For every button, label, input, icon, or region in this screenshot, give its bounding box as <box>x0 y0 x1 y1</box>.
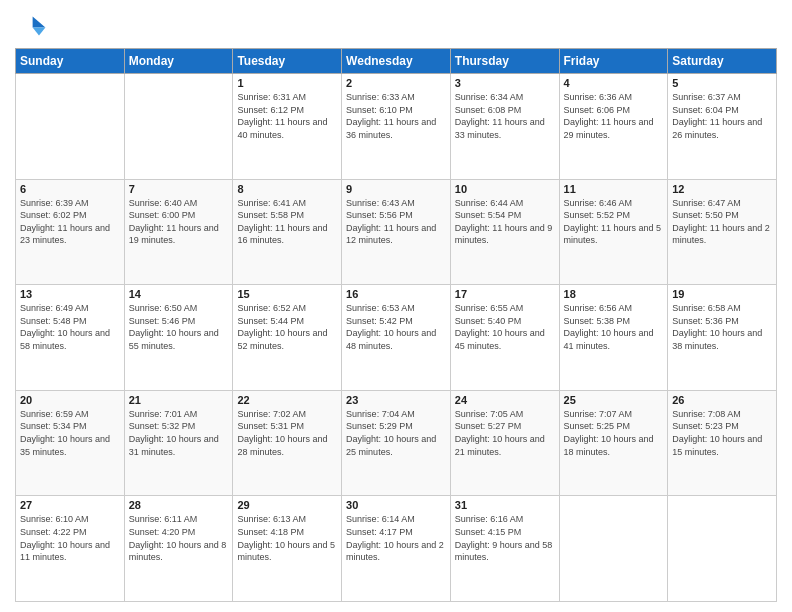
day-number: 25 <box>564 394 664 406</box>
day-info: Sunrise: 6:41 AM Sunset: 5:58 PM Dayligh… <box>237 197 337 247</box>
weekday-header-row: SundayMondayTuesdayWednesdayThursdayFrid… <box>16 49 777 74</box>
day-cell: 25Sunrise: 7:07 AM Sunset: 5:25 PM Dayli… <box>559 390 668 496</box>
day-number: 17 <box>455 288 555 300</box>
day-info: Sunrise: 6:50 AM Sunset: 5:46 PM Dayligh… <box>129 302 229 352</box>
day-info: Sunrise: 6:40 AM Sunset: 6:00 PM Dayligh… <box>129 197 229 247</box>
day-number: 18 <box>564 288 664 300</box>
day-cell: 1Sunrise: 6:31 AM Sunset: 6:12 PM Daylig… <box>233 74 342 180</box>
page: SundayMondayTuesdayWednesdayThursdayFrid… <box>0 0 792 612</box>
day-cell: 31Sunrise: 6:16 AM Sunset: 4:15 PM Dayli… <box>450 496 559 602</box>
day-info: Sunrise: 7:07 AM Sunset: 5:25 PM Dayligh… <box>564 408 664 458</box>
day-cell: 24Sunrise: 7:05 AM Sunset: 5:27 PM Dayli… <box>450 390 559 496</box>
week-row-4: 20Sunrise: 6:59 AM Sunset: 5:34 PM Dayli… <box>16 390 777 496</box>
day-number: 30 <box>346 499 446 511</box>
day-number: 11 <box>564 183 664 195</box>
day-info: Sunrise: 7:05 AM Sunset: 5:27 PM Dayligh… <box>455 408 555 458</box>
day-cell: 19Sunrise: 6:58 AM Sunset: 5:36 PM Dayli… <box>668 285 777 391</box>
day-cell: 26Sunrise: 7:08 AM Sunset: 5:23 PM Dayli… <box>668 390 777 496</box>
week-row-2: 6Sunrise: 6:39 AM Sunset: 6:02 PM Daylig… <box>16 179 777 285</box>
day-number: 16 <box>346 288 446 300</box>
day-cell: 8Sunrise: 6:41 AM Sunset: 5:58 PM Daylig… <box>233 179 342 285</box>
day-cell: 6Sunrise: 6:39 AM Sunset: 6:02 PM Daylig… <box>16 179 125 285</box>
day-number: 1 <box>237 77 337 89</box>
day-number: 2 <box>346 77 446 89</box>
svg-marker-1 <box>33 28 46 36</box>
day-cell: 11Sunrise: 6:46 AM Sunset: 5:52 PM Dayli… <box>559 179 668 285</box>
day-info: Sunrise: 6:39 AM Sunset: 6:02 PM Dayligh… <box>20 197 120 247</box>
day-cell <box>668 496 777 602</box>
day-number: 9 <box>346 183 446 195</box>
day-info: Sunrise: 7:04 AM Sunset: 5:29 PM Dayligh… <box>346 408 446 458</box>
day-number: 23 <box>346 394 446 406</box>
day-cell: 15Sunrise: 6:52 AM Sunset: 5:44 PM Dayli… <box>233 285 342 391</box>
day-info: Sunrise: 6:55 AM Sunset: 5:40 PM Dayligh… <box>455 302 555 352</box>
day-cell: 4Sunrise: 6:36 AM Sunset: 6:06 PM Daylig… <box>559 74 668 180</box>
day-cell: 21Sunrise: 7:01 AM Sunset: 5:32 PM Dayli… <box>124 390 233 496</box>
day-info: Sunrise: 6:49 AM Sunset: 5:48 PM Dayligh… <box>20 302 120 352</box>
day-cell: 10Sunrise: 6:44 AM Sunset: 5:54 PM Dayli… <box>450 179 559 285</box>
day-info: Sunrise: 6:46 AM Sunset: 5:52 PM Dayligh… <box>564 197 664 247</box>
day-number: 7 <box>129 183 229 195</box>
day-info: Sunrise: 6:43 AM Sunset: 5:56 PM Dayligh… <box>346 197 446 247</box>
day-info: Sunrise: 6:31 AM Sunset: 6:12 PM Dayligh… <box>237 91 337 141</box>
day-cell: 3Sunrise: 6:34 AM Sunset: 6:08 PM Daylig… <box>450 74 559 180</box>
day-info: Sunrise: 6:47 AM Sunset: 5:50 PM Dayligh… <box>672 197 772 247</box>
day-cell <box>124 74 233 180</box>
day-cell: 9Sunrise: 6:43 AM Sunset: 5:56 PM Daylig… <box>342 179 451 285</box>
day-info: Sunrise: 7:01 AM Sunset: 5:32 PM Dayligh… <box>129 408 229 458</box>
logo <box>15 10 51 42</box>
weekday-saturday: Saturday <box>668 49 777 74</box>
header <box>15 10 777 42</box>
day-info: Sunrise: 6:13 AM Sunset: 4:18 PM Dayligh… <box>237 513 337 563</box>
day-number: 5 <box>672 77 772 89</box>
day-number: 31 <box>455 499 555 511</box>
svg-marker-0 <box>33 16 46 27</box>
weekday-tuesday: Tuesday <box>233 49 342 74</box>
day-number: 13 <box>20 288 120 300</box>
week-row-1: 1Sunrise: 6:31 AM Sunset: 6:12 PM Daylig… <box>16 74 777 180</box>
day-info: Sunrise: 6:10 AM Sunset: 4:22 PM Dayligh… <box>20 513 120 563</box>
day-number: 4 <box>564 77 664 89</box>
day-number: 14 <box>129 288 229 300</box>
day-number: 3 <box>455 77 555 89</box>
logo-icon <box>15 10 47 42</box>
day-info: Sunrise: 6:56 AM Sunset: 5:38 PM Dayligh… <box>564 302 664 352</box>
day-cell: 12Sunrise: 6:47 AM Sunset: 5:50 PM Dayli… <box>668 179 777 285</box>
day-cell: 29Sunrise: 6:13 AM Sunset: 4:18 PM Dayli… <box>233 496 342 602</box>
day-number: 20 <box>20 394 120 406</box>
day-number: 21 <box>129 394 229 406</box>
day-number: 27 <box>20 499 120 511</box>
day-cell: 13Sunrise: 6:49 AM Sunset: 5:48 PM Dayli… <box>16 285 125 391</box>
day-info: Sunrise: 7:02 AM Sunset: 5:31 PM Dayligh… <box>237 408 337 458</box>
day-info: Sunrise: 6:34 AM Sunset: 6:08 PM Dayligh… <box>455 91 555 141</box>
day-cell <box>559 496 668 602</box>
week-row-5: 27Sunrise: 6:10 AM Sunset: 4:22 PM Dayli… <box>16 496 777 602</box>
day-number: 8 <box>237 183 337 195</box>
day-cell: 28Sunrise: 6:11 AM Sunset: 4:20 PM Dayli… <box>124 496 233 602</box>
weekday-thursday: Thursday <box>450 49 559 74</box>
day-cell: 14Sunrise: 6:50 AM Sunset: 5:46 PM Dayli… <box>124 285 233 391</box>
weekday-friday: Friday <box>559 49 668 74</box>
day-number: 19 <box>672 288 772 300</box>
day-number: 28 <box>129 499 229 511</box>
day-info: Sunrise: 6:59 AM Sunset: 5:34 PM Dayligh… <box>20 408 120 458</box>
day-number: 22 <box>237 394 337 406</box>
day-cell: 22Sunrise: 7:02 AM Sunset: 5:31 PM Dayli… <box>233 390 342 496</box>
day-number: 6 <box>20 183 120 195</box>
day-cell: 7Sunrise: 6:40 AM Sunset: 6:00 PM Daylig… <box>124 179 233 285</box>
day-info: Sunrise: 6:16 AM Sunset: 4:15 PM Dayligh… <box>455 513 555 563</box>
weekday-wednesday: Wednesday <box>342 49 451 74</box>
day-number: 12 <box>672 183 772 195</box>
day-info: Sunrise: 6:11 AM Sunset: 4:20 PM Dayligh… <box>129 513 229 563</box>
day-cell: 5Sunrise: 6:37 AM Sunset: 6:04 PM Daylig… <box>668 74 777 180</box>
day-cell: 2Sunrise: 6:33 AM Sunset: 6:10 PM Daylig… <box>342 74 451 180</box>
day-cell: 17Sunrise: 6:55 AM Sunset: 5:40 PM Dayli… <box>450 285 559 391</box>
day-info: Sunrise: 6:37 AM Sunset: 6:04 PM Dayligh… <box>672 91 772 141</box>
day-number: 15 <box>237 288 337 300</box>
day-cell: 30Sunrise: 6:14 AM Sunset: 4:17 PM Dayli… <box>342 496 451 602</box>
day-number: 10 <box>455 183 555 195</box>
day-cell: 20Sunrise: 6:59 AM Sunset: 5:34 PM Dayli… <box>16 390 125 496</box>
day-info: Sunrise: 6:33 AM Sunset: 6:10 PM Dayligh… <box>346 91 446 141</box>
day-cell: 16Sunrise: 6:53 AM Sunset: 5:42 PM Dayli… <box>342 285 451 391</box>
day-info: Sunrise: 6:53 AM Sunset: 5:42 PM Dayligh… <box>346 302 446 352</box>
